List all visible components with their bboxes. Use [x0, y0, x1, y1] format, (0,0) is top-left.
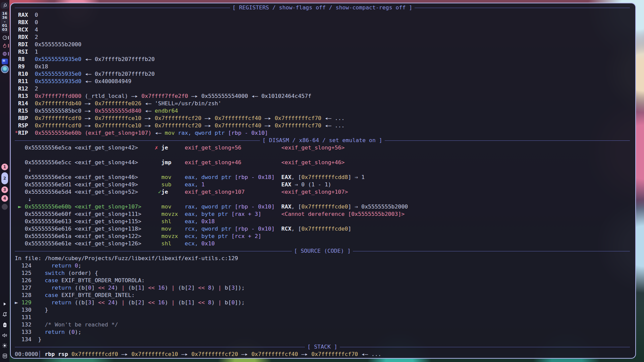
- terminal-line: ↓: [15, 196, 630, 203]
- terminal-line: 0x55555556e61e <exif_get_slong+126> shl …: [15, 240, 630, 247]
- registers-header: [ REGISTERS / show-flags off / show-comp…: [15, 4, 630, 11]
- terminal-line: 126 case EXIF_BYTE_ORDER_MOTOROLA:: [15, 277, 630, 284]
- terminal-line: 132 /* Won't be reached */: [15, 321, 630, 328]
- volume-button[interactable]: [1, 332, 8, 339]
- terminal-line: RBX 0: [15, 19, 630, 26]
- cpu-level-bar: [8, 52, 9, 56]
- terminal-line: 127 return ((b[0] << 24) | (b[1] << 16) …: [15, 284, 630, 292]
- app-window-icon[interactable]: [2, 59, 8, 64]
- disasm-title: [ DISASM / x86-64 / set emulate on ]: [260, 137, 385, 144]
- speaker-icon: [2, 333, 8, 338]
- stack-title: [ STACK ]: [305, 343, 339, 351]
- play-button[interactable]: [1, 301, 8, 307]
- terminal-line: 133 return (0);: [15, 328, 630, 336]
- rule-line: [415, 8, 630, 8]
- terminal-line: R10 0x5555555935e0 ◂— 0x7ffffb207ffffb20: [15, 70, 630, 78]
- terminal-line: 128 case EXIF_BYTE_ORDER_INTEL:: [15, 292, 630, 299]
- terminal-line: 0x55555556e5ca <exif_get_slong+42> ✗ je …: [15, 144, 630, 152]
- disasm-header: [ DISASM / x86-64 / set emulate on ]: [15, 137, 630, 144]
- terminal-line: [15, 152, 630, 159]
- terminal-line: 134 }: [15, 336, 630, 343]
- terminal-line: RBP 0x7fffffffcdf0 —▸ 0x7fffffffce10 —▸ …: [15, 115, 630, 122]
- rule-line: [15, 347, 305, 347]
- cpu-chip-widget[interactable]: [1, 51, 9, 57]
- launcher-rocket-icon[interactable]: [1, 2, 9, 9]
- dock: 16 36 - 01 03: [0, 0, 9, 362]
- rocket-icon: [2, 3, 7, 8]
- dock-top-group: 16 36 - 01 03: [1, 2, 9, 72]
- source-header: [ SOURCE (CODE) ]: [15, 247, 630, 255]
- terminal-line: 0x55555556e616 <exif_get_slong+118> mov …: [15, 225, 630, 233]
- workspace-2[interactable]: 2: [1, 172, 8, 184]
- terminal-line: R8 0x5555555935e0 ◂— 0x7ffffb207ffffb20: [15, 56, 630, 63]
- terminal-line: In file: /home/cubey/Projects/Fuzz/libex…: [15, 255, 630, 262]
- workspace-3[interactable]: 3: [1, 186, 8, 193]
- workspace-switcher: 1234: [1, 164, 8, 210]
- gauge-widget[interactable]: [1, 35, 9, 41]
- rule-line: [15, 140, 260, 141]
- clock-widget: 16 36 - 01 03: [1, 11, 9, 33]
- gauge-icon: [2, 35, 7, 40]
- play-icon: [3, 302, 7, 306]
- registers-panel: RAX 0 RBX 0 RCX 4 RDX 2 RDI 0x5555555b20…: [15, 11, 630, 137]
- date-day: 03: [2, 28, 7, 32]
- terminal-line: R15 0x555555585bc0 —▸ 0x55555555d840 ◂— …: [15, 107, 630, 115]
- rule-line: [353, 251, 630, 251]
- chip-icon: [2, 51, 7, 56]
- terminal-line: R12 2: [15, 85, 630, 93]
- flame-icon: [2, 43, 7, 48]
- terminal-line: R11 0x5555555935d0 ◂— 0x400084949: [15, 78, 630, 85]
- dock-bottom-group: [1, 301, 8, 359]
- disasm-panel: 0x55555556e5ca <exif_get_slong+42> ✗ je …: [15, 144, 630, 247]
- terminal-line: 0x55555556e5d1 <exif_get_slong+49> sub e…: [15, 181, 630, 188]
- registers-title: [ REGISTERS / show-flags off / show-comp…: [230, 4, 415, 11]
- terminal-line: RAX 0: [15, 11, 630, 19]
- brightness-button[interactable]: [1, 342, 8, 349]
- rule-line: [385, 140, 630, 141]
- terminal-line: 0x55555556e60f <exif_get_slong+111> movz…: [15, 210, 630, 218]
- notifications-button[interactable]: [1, 311, 8, 318]
- terminal-line: RDI 0x5555555b2000: [15, 41, 630, 48]
- stack-header: [ STACK ]: [15, 343, 630, 351]
- terminal-line: 125 switch (order) {: [15, 269, 630, 277]
- terminal-line: 124 return 0;: [15, 262, 630, 269]
- workspace-4[interactable]: 4: [1, 195, 8, 202]
- sun-icon: [2, 343, 7, 348]
- source-title: [ SOURCE (CODE) ]: [292, 247, 353, 255]
- terminal-line: RCX 4: [15, 26, 630, 34]
- terminal-line: 131: [15, 314, 630, 321]
- battery-button[interactable]: [1, 321, 8, 328]
- temperature-flame-widget[interactable]: [1, 43, 9, 49]
- workspace-1[interactable]: 1: [1, 164, 8, 170]
- terminal-line: RSP 0x7fffffffcdf0 —▸ 0x7fffffffce10 —▸ …: [15, 122, 630, 129]
- gauge-level-bar: [8, 36, 9, 40]
- battery-plug-icon: [2, 322, 7, 328]
- terminal-line: 00:0000│ rbp rsp 0x7fffffffcdf0 —▸ 0x7ff…: [15, 351, 630, 358]
- bell-icon: [2, 312, 7, 317]
- app-globe-icon[interactable]: [2, 66, 8, 72]
- terminal-line: 130 }: [15, 306, 630, 314]
- terminal-line: ► 0x55555556e60b <exif_get_slong+107> mo…: [15, 203, 630, 210]
- terminal-line: 0x55555556e5d4 <exif_get_slong+52> ✓je e…: [15, 188, 630, 196]
- terminal-line: ► 129 return ((b[3] << 24) | (b[2] << 16…: [15, 299, 630, 306]
- terminal-line: R13 0x7ffff7ffd000 (_rtld_local) —▸ 0x7f…: [15, 93, 630, 100]
- terminal-line: RDX 2: [15, 34, 630, 41]
- terminal-window[interactable]: [ REGISTERS / show-flags off / show-comp…: [10, 3, 636, 359]
- source-panel: In file: /home/cubey/Projects/Fuzz/libex…: [15, 255, 630, 343]
- rule-line: [15, 8, 230, 8]
- owl-icon: [2, 353, 7, 359]
- stack-panel: 00:0000│ rbp rsp 0x7fffffffcdf0 —▸ 0x7ff…: [15, 351, 630, 358]
- terminal-line: R9 0x18: [15, 63, 630, 70]
- workspace-empty[interactable]: [2, 204, 8, 210]
- window-pane-decoration: [3, 60, 5, 62]
- rule-line: [15, 251, 292, 251]
- terminal-line: RSI 1: [15, 48, 630, 56]
- terminal-line: R14 0x7fffffffdb40 —▸ 0x7fffffffe026 ◂— …: [15, 100, 630, 107]
- terminal-line: 0x55555556e61a <exif_get_slong+122> movz…: [15, 233, 630, 240]
- terminal-line: ↓: [15, 166, 630, 174]
- terminal-line: 0x55555556e613 <exif_get_slong+115> shl …: [15, 218, 630, 225]
- owl-tray-button[interactable]: [1, 353, 8, 359]
- temperature-level-bar: [8, 44, 9, 48]
- terminal-line: 0x55555556e5ce <exif_get_slong+46> mov e…: [15, 174, 630, 181]
- terminal-line: 0x55555556e5cc <exif_get_slong+44> jmp e…: [15, 159, 630, 166]
